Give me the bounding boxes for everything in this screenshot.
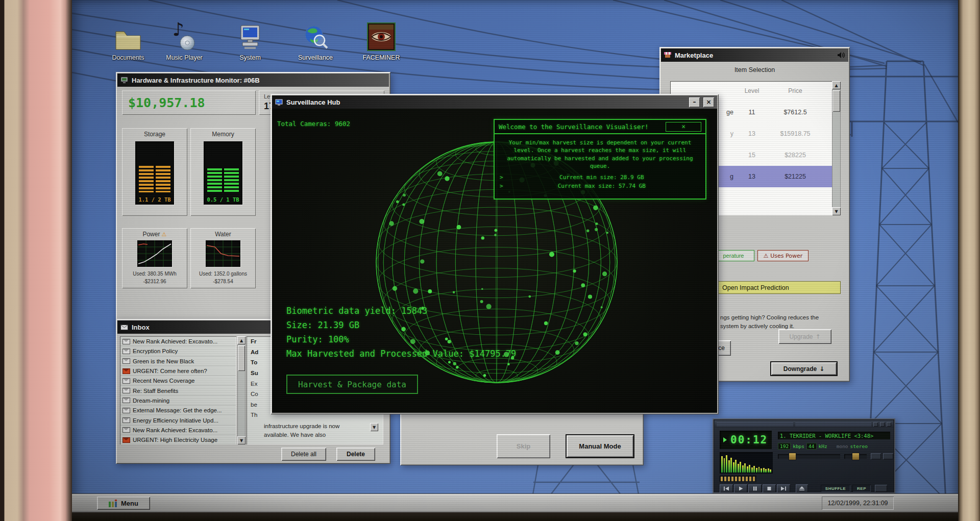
next-button[interactable] [777, 484, 790, 492]
time-display: 00:12 [720, 431, 772, 449]
memory-gauge: Memory 0.5 / 1 TB [190, 128, 256, 216]
player-titlebar[interactable] [715, 420, 893, 428]
harvest-package-button[interactable]: Harvest & Package data [286, 375, 418, 394]
scroll-thumb[interactable] [832, 90, 840, 112]
scroll-thumb[interactable] [238, 345, 245, 371]
inbox-message[interactable]: Dream-mining [120, 396, 236, 406]
scroll-up-button[interactable]: ▲ [832, 81, 841, 89]
inbox-message-urgent[interactable]: URGENT: High Electricity Usage [120, 435, 236, 444]
balance-thumb[interactable] [852, 453, 859, 460]
play-button[interactable] [734, 484, 747, 492]
mail-icon [122, 339, 130, 344]
minimize-button[interactable]: – [689, 97, 700, 107]
surveillance-hub-icon [275, 99, 283, 106]
mail-icon [122, 417, 130, 423]
marketplace-title: Marketplace [675, 52, 713, 59]
mail-icon [122, 427, 130, 433]
inbox-message-list: New Rank Achieved: Excavato... Encryptio… [120, 336, 236, 444]
mail-icon [122, 408, 130, 413]
stop-button[interactable] [763, 484, 776, 492]
samplerate-unit: kHz [819, 443, 827, 449]
close-button[interactable]: × [703, 97, 714, 107]
water-cost: -$278.54 [190, 279, 256, 284]
speaker-icon[interactable] [837, 52, 845, 59]
player-shade-button[interactable] [880, 422, 885, 427]
desktop-icon-label: Documents [112, 54, 144, 61]
upgrade-button[interactable]: Upgrade↑ [778, 329, 831, 344]
balance-value: $10,957.18 [122, 90, 256, 115]
desktop-icon-music-player[interactable]: ♪ Music Player [160, 21, 209, 61]
open-impact-prediction-button[interactable]: Open Impact Prediction [718, 281, 841, 294]
inbox-message-urgent[interactable]: URGENT: Come here often? [120, 366, 236, 376]
surveillance-titlebar[interactable]: Surveillance Hub – × [272, 95, 717, 109]
globe-magnifier-icon [302, 21, 329, 51]
player-minimize-button[interactable] [873, 422, 878, 427]
memory-bar-meter: 0.5 / 1 TB [204, 141, 242, 205]
music-note-cd-icon: ♪ [172, 21, 197, 51]
scroll-track[interactable] [237, 344, 246, 436]
down-arrow-icon: ↓ [819, 365, 824, 373]
inbox-message[interactable]: Encryption Policy [120, 346, 236, 356]
skip-button[interactable]: Skip [497, 434, 550, 458]
equalizer-toggle-button[interactable] [871, 453, 881, 459]
uses-power-tag: ⚠ Uses Power [757, 250, 808, 261]
monitor-bezel-right [958, 0, 980, 521]
dialog-close-button[interactable]: × [666, 122, 701, 132]
inbox-message[interactable]: Green is the New Black [120, 357, 236, 366]
welcome-dialog-title: Welcome to the Surveillance Visualiser! [499, 123, 649, 131]
desktop-icon-label: Music Player [166, 54, 203, 61]
scroll-up-button[interactable]: ▲ [237, 336, 246, 344]
total-cameras: Total Cameras: 9602 [277, 120, 350, 128]
desktop-icon-system[interactable]: System [226, 21, 275, 61]
monitor-bottom-edge [72, 512, 958, 521]
cooling-info-line1: ngs getting high? Cooling reduces the [720, 314, 819, 320]
seek-bar[interactable] [720, 476, 756, 482]
playlist-mini-button[interactable] [875, 485, 887, 492]
cooling-info-line2: system by actively cooling it. [720, 323, 794, 329]
manual-mode-button[interactable]: Manual Mode [566, 434, 634, 458]
desktop-icon-documents[interactable]: Documents [104, 21, 153, 61]
water-used: Used: 1352.0 gallons [190, 271, 256, 277]
desktop-icon-surveillance[interactable]: Surveillance [291, 21, 340, 61]
scroll-track[interactable] [832, 89, 841, 207]
shuffle-toggle[interactable]: SHUFFLE [821, 485, 850, 492]
marketplace-titlebar[interactable]: Marketplace [661, 48, 848, 62]
item-selection-label: Item Selection [659, 66, 850, 73]
power-meter: Power ⚠ Used: 380.35 MWh -$2312.96 [122, 228, 187, 288]
delete-all-button[interactable]: Delete all [281, 448, 326, 461]
hardware-monitor-title: Hardware & Infrastructure Monitor: #06B [132, 77, 260, 84]
eject-button[interactable] [796, 484, 808, 492]
power-label: Power ⚠ [122, 231, 187, 238]
stereo-indicator: stereo [850, 443, 868, 449]
list-header: Level Price [670, 87, 832, 94]
inbox-message[interactable]: Recent News Coverage [120, 376, 236, 386]
inbox-message[interactable]: Energy Efficiency Initiative Upd... [120, 415, 236, 425]
delete-button[interactable]: Delete [336, 448, 375, 461]
inbox-message[interactable]: New Rank Achieved: Excavato... [120, 337, 236, 346]
inbox-message[interactable]: Re: Staff Benefits [120, 386, 236, 395]
pause-button[interactable] [748, 484, 762, 492]
balance-slider[interactable] [844, 454, 867, 459]
previous-button[interactable] [720, 484, 733, 492]
scroll-down-button[interactable]: ▼ [237, 436, 246, 444]
hardware-monitor-titlebar[interactable]: Hardware & Infrastructure Monitor: #06B [117, 73, 389, 87]
prompt-icon: > [500, 183, 503, 189]
volume-thumb[interactable] [789, 453, 796, 460]
player-close-button[interactable] [887, 422, 891, 427]
taskbar: Menu 12/02/1999, 22:31:09 [72, 494, 958, 512]
downgrade-button[interactable]: Downgrade↓ [770, 361, 838, 376]
hardware-monitor-icon [120, 77, 128, 84]
folder-icon [115, 21, 141, 51]
menu-button[interactable]: Menu [97, 497, 150, 510]
stat-yield: Biometric data yield: 15843 [286, 306, 516, 316]
volume-slider[interactable] [778, 454, 840, 459]
inbox-message[interactable]: New Rank Achieved: Excavato... [120, 426, 236, 435]
eye-image-icon [367, 21, 396, 51]
playlist-toggle-button[interactable] [883, 453, 893, 459]
preview-dropdown-icon[interactable]: ▼ [370, 423, 378, 431]
window-surveillance-hub: Surveillance Hub – × Total Cameras: 9602… [271, 94, 719, 414]
scroll-down-button[interactable]: ▼ [832, 207, 841, 215]
inbox-message[interactable]: External Message: Get the edge... [120, 406, 236, 415]
desktop-icon-faceminer[interactable]: FACEMINER [357, 21, 406, 61]
repeat-toggle[interactable]: REP [852, 485, 871, 492]
